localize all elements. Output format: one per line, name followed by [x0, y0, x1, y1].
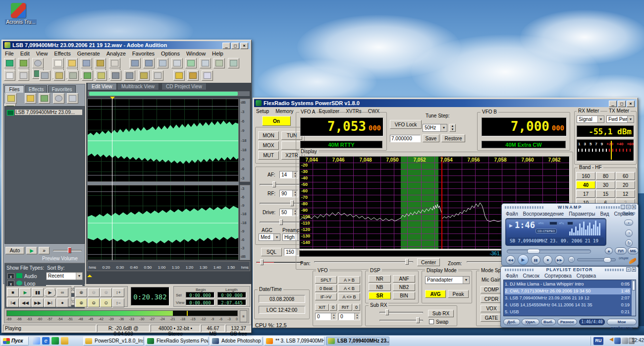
paste-icon[interactable] [214, 58, 225, 68]
audition-titlebar[interactable]: LSB 7,099400MHz 23.09.2006 21 19 12.wav … [3, 41, 250, 49]
close-button[interactable]: × [627, 101, 635, 107]
pause-button[interactable]: ▮▮ [531, 255, 540, 265]
mon-button[interactable]: MON [258, 131, 279, 140]
vox-button[interactable]: VOX [481, 305, 502, 312]
edit-view-icon[interactable] [4, 58, 15, 68]
multitrack-view-icon[interactable] [18, 58, 29, 68]
play-looped-button[interactable]: ▶ [44, 288, 56, 297]
gate-button[interactable]: GATE [481, 314, 502, 322]
timeline-marker-icon[interactable] [87, 272, 92, 277]
xit-zero-button[interactable]: 0 [329, 304, 337, 311]
insert-multitrack-icon[interactable] [39, 93, 50, 104]
menu-setup[interactable]: Setup [256, 109, 269, 114]
fast-forward-button[interactable]: ▶▶ [32, 298, 44, 307]
close-file-icon[interactable] [109, 58, 120, 68]
track-title-marquee[interactable]: SB 7,099400MHZ 23. 09. 2006 21 19 [508, 237, 604, 244]
menu-window[interactable]: Window [186, 51, 206, 57]
tray-acronis-icon[interactable] [622, 338, 628, 344]
band-17-button[interactable]: 17 [576, 190, 595, 198]
close-button[interactable]: × [632, 267, 636, 272]
new-file-icon[interactable] [53, 58, 64, 68]
preview-loop-button[interactable]: » [39, 247, 50, 254]
volume-icon[interactable]: ◁ [568, 256, 575, 263]
a-swap-b-button[interactable]: A <> B [338, 293, 360, 300]
menu-file[interactable]: Файл [506, 273, 518, 279]
remove-file-icon[interactable] [67, 93, 78, 104]
pan-slider[interactable] [314, 258, 413, 265]
menu-view[interactable]: View [36, 51, 48, 57]
rit-button[interactable]: RIT [338, 304, 352, 311]
scrollbar-thumb[interactable] [632, 281, 635, 290]
tx-meter-dropdown[interactable]: Fwd Pwr▼ [606, 115, 634, 123]
loop-button[interactable]: ∞ [56, 288, 68, 297]
swap-checkbox[interactable] [429, 319, 434, 324]
close-button[interactable]: × [240, 43, 248, 49]
marquee-select-icon[interactable] [18, 70, 29, 81]
zoom-in-button[interactable]: ⊕ [75, 288, 87, 297]
zoom-right-button[interactable]: ⊙ [100, 298, 112, 307]
task-flexradio[interactable]: FlexRadio Systems Powe... [145, 337, 209, 346]
cd-project-icon[interactable] [32, 58, 44, 68]
misc-button[interactable]: Разное [557, 319, 577, 325]
menu-analyze[interactable]: Analyze [107, 51, 126, 57]
band-40-button[interactable]: 40 [576, 181, 595, 189]
insert-cd-icon[interactable] [53, 93, 64, 104]
seek-thumb[interactable] [527, 249, 540, 254]
level-meter[interactable]: -69-66-63-60-57-54-51-48-45-42-39-36-33-… [4, 308, 249, 323]
my-playlists-button[interactable]: Мои плейлисты [607, 319, 637, 325]
save-file-icon[interactable] [81, 58, 92, 68]
shade-button[interactable]: ▫ [626, 205, 631, 209]
bin-button[interactable]: BIN [393, 292, 415, 299]
peak-button[interactable]: Peak [448, 290, 469, 298]
tab-edit-view[interactable]: Edit View [87, 83, 117, 90]
always-on-top-button[interactable]: ▪ [624, 220, 633, 226]
panel-1-icon[interactable] [39, 70, 51, 81]
trim-icon[interactable] [171, 58, 183, 68]
open-folder-icon[interactable] [25, 93, 36, 104]
menu-sort[interactable]: Сортировка [544, 273, 572, 279]
previous-button[interactable]: ◀◀ [506, 255, 515, 265]
language-indicator[interactable]: RU [593, 337, 603, 345]
af-slider[interactable] [260, 181, 301, 188]
menu-file[interactable]: File [5, 51, 14, 57]
levels-panel-icon[interactable] [152, 70, 163, 81]
drive-slider[interactable] [260, 219, 301, 226]
open-file-icon[interactable] [66, 58, 78, 68]
tray-network-icon[interactable] [614, 338, 621, 344]
meter-options-button[interactable]: ≡ [240, 310, 247, 322]
copy-icon[interactable] [185, 58, 197, 68]
avg-button[interactable]: AVG [425, 290, 446, 298]
zoom-full-button[interactable]: ⊕ [75, 298, 87, 307]
pause-button[interactable]: ▮▮ [32, 288, 44, 297]
undo-icon[interactable] [129, 58, 141, 68]
repeat-button[interactable]: ↻ [625, 239, 633, 247]
playlist-item[interactable]: 1. DJ Mike Llama - Llama Whippin' Intro0… [505, 281, 631, 288]
zoom-out-button[interactable]: ⊖ [88, 288, 100, 297]
next-button[interactable]: ▶▶ [555, 255, 564, 265]
play-panel-icon[interactable] [82, 70, 93, 81]
eject-button[interactable]: ▲ [605, 247, 613, 254]
center-button[interactable]: Center [417, 258, 440, 266]
xit-spinner[interactable]: 0▲▼ [315, 313, 337, 320]
files-list[interactable]: LSB 7,099400MHz 23.09... [4, 106, 85, 244]
power-on-button[interactable]: On [262, 116, 291, 126]
playlist-item[interactable]: 3. LSB 7,099400MHz 23.09.2006 21 19 122:… [505, 295, 631, 301]
volume-thumb[interactable] [603, 257, 611, 263]
restore-button[interactable]: Restore [441, 134, 465, 142]
band-15-button[interactable]: 15 [596, 190, 615, 198]
stop-button[interactable]: ■ [7, 288, 19, 297]
file-list-item[interactable]: LSB 7,099400MHz 23.09... [7, 110, 82, 116]
zoom-vertical-out-button[interactable]: ↕− [112, 298, 124, 307]
panel-3-icon[interactable] [67, 70, 79, 81]
quicklaunch-folder-icon[interactable] [61, 337, 68, 345]
quicklaunch-photoshop-icon[interactable] [33, 337, 40, 345]
go-start-button[interactable]: I◀ [7, 298, 19, 307]
nb2-button[interactable]: NB2 [393, 284, 415, 291]
minimize-button[interactable]: _ [222, 43, 230, 49]
band-60-button[interactable]: 60 [616, 172, 635, 180]
rit-spinner[interactable]: 0▲▼ [338, 313, 360, 320]
time-readout[interactable]: 1:46 [515, 220, 535, 230]
display-mode-dropdown[interactable]: Panadapter▼ [425, 276, 470, 284]
preview-play-button[interactable]: ▶ [26, 247, 37, 254]
quicklaunch-ie-icon[interactable]: e [42, 337, 50, 345]
